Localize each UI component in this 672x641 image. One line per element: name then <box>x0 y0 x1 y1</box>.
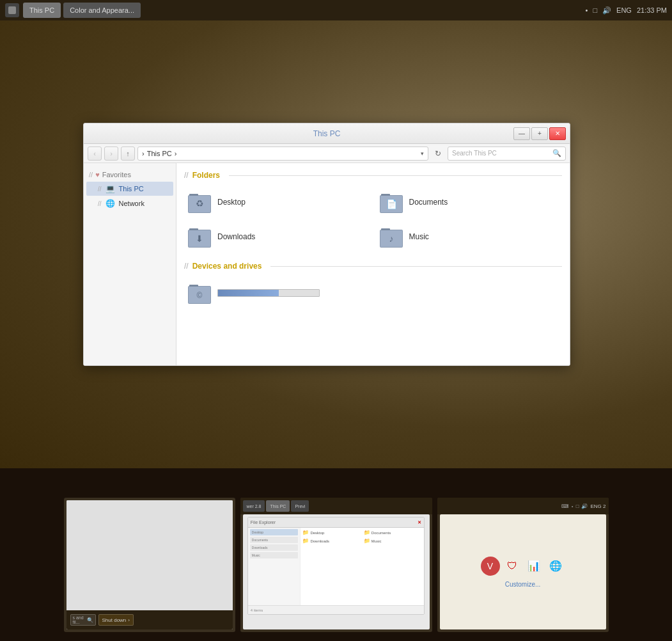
preview-bar: s and fil... 🔍 Shut down › wer 2.8 This … <box>0 468 672 641</box>
pc-icon: 💻 <box>105 184 115 193</box>
preview-dot: • <box>572 503 574 509</box>
downloads-label: Downloads <box>217 232 255 241</box>
mini-titlebar: File Explorer ✕ <box>248 518 424 528</box>
documents-label: Documents <box>409 198 448 207</box>
main-content: // Folders ♻ <box>176 163 570 365</box>
documents-folder-icon: 📄 <box>379 190 404 214</box>
preview-btn-this-pc[interactable]: This PC <box>266 500 290 512</box>
mini-folder-2: 📁Documents <box>363 529 423 536</box>
minimize-button[interactable]: — <box>513 127 530 140</box>
taskbar-color-appear-label: Color and Appeara... <box>70 6 134 14</box>
svg-text:♪: ♪ <box>389 233 393 244</box>
sidebar-slashes-network: // <box>98 200 102 207</box>
sidebar-this-pc-label: This PC <box>119 185 144 193</box>
svg-text:⬇: ⬇ <box>196 233 203 244</box>
mini-sidebar-docs: Documents <box>250 537 299 543</box>
window-controls: — + ✕ <box>513 127 566 140</box>
folder-downloads[interactable]: ⬇ Downloads <box>184 222 371 251</box>
devices-slash: // <box>184 262 189 271</box>
tray-icon-kaspersky[interactable]: 🛡 <box>503 557 522 576</box>
preview-btn-power[interactable]: wer 2.8 <box>243 500 265 512</box>
start-button[interactable] <box>5 3 19 17</box>
folders-grid: ♻ Desktop 📄 <box>184 187 562 251</box>
preview-btn-preview[interactable]: Previ <box>291 500 309 512</box>
sidebar-slashes-this-pc: // <box>98 186 102 193</box>
drive-c-info <box>217 289 559 297</box>
music-folder-icon: ♪ <box>379 225 404 249</box>
devices-section-header: // Devices and drives <box>184 262 562 271</box>
folders-slash: // <box>184 171 189 180</box>
drive-c-bar <box>217 289 320 297</box>
preview-search-text: s and fil... <box>73 615 87 624</box>
heart-icon: ♥ <box>95 171 100 178</box>
globe-icon: 🌐 <box>105 199 115 208</box>
preview-tray[interactable]: ⌨ • □ 🔊 ENG 2 V 🛡 📊 🌐 Customize... <box>437 498 609 632</box>
folder-desktop[interactable]: ♻ Desktop <box>184 187 371 217</box>
address-dropdown-icon[interactable]: ▾ <box>421 150 424 157</box>
monitor-icon: □ <box>593 6 597 14</box>
close-button[interactable]: ✕ <box>549 127 566 140</box>
shutdown-arrow-icon: › <box>128 617 130 623</box>
preview-monitor-icon: □ <box>576 503 579 509</box>
forward-button[interactable]: › <box>104 146 118 161</box>
taskbar-color-appear-button[interactable]: Color and Appeara... <box>63 3 141 18</box>
taskbar-this-pc-label: This PC <box>29 6 54 14</box>
mini-status-bar: 4 items <box>248 605 424 614</box>
svg-text:♻: ♻ <box>196 198 204 209</box>
search-icon: 🔍 <box>552 149 561 157</box>
sidebar-item-network[interactable]: // 🌐 Network <box>86 196 173 210</box>
file-explorer-window: This PC — + ✕ ‹ › ↑ <box>83 123 570 366</box>
maximize-button[interactable]: + <box>531 127 548 140</box>
refresh-icon: ↻ <box>435 149 441 158</box>
folder-music[interactable]: ♪ Music <box>376 222 563 251</box>
desktop-label: Desktop <box>217 198 246 207</box>
taskbar-this-pc-button[interactable]: This PC <box>23 3 61 18</box>
drive-item-c[interactable]: © <box>184 278 562 308</box>
sound-icon: 🔊 <box>602 6 611 15</box>
downloads-folder-icon: ⬇ <box>187 225 212 249</box>
address-field[interactable]: › This PC › ▾ <box>137 146 428 161</box>
music-label: Music <box>409 232 429 241</box>
back-icon: ‹ <box>93 150 96 157</box>
preview-search-icon: 🔍 <box>87 617 93 623</box>
tray-icon-monitor[interactable]: 📊 <box>524 557 543 576</box>
up-icon: ↑ <box>126 150 130 157</box>
mini-folder-1: 📁Desktop <box>302 529 361 536</box>
mini-close-icon: ✕ <box>418 520 421 525</box>
sidebar: // ♥ Favorites // 💻 This PC // 🌐 Network <box>84 163 176 365</box>
mini-body: Desktop Documents Downloads Music 📁Deskt… <box>248 528 424 614</box>
desktop-folder-icon: ♻ <box>187 190 212 214</box>
sidebar-slashes: // <box>89 171 93 178</box>
sidebar-item-this-pc[interactable]: // 💻 This PC <box>86 182 173 196</box>
svg-text:©: © <box>197 291 203 300</box>
search-field[interactable]: Search This PC 🔍 <box>448 146 566 161</box>
mini-folder-4: 📁Music <box>363 537 423 544</box>
sidebar-favorites-header: // ♥ Favorites <box>84 168 176 181</box>
start-icon <box>8 6 16 14</box>
mini-main: 📁Desktop 📁Documents 📁Downloads 📁Music <box>301 528 424 614</box>
preview-explorer[interactable]: wer 2.8 This PC Previ File Explorer ✕ De… <box>240 498 432 632</box>
address-bar: ‹ › ↑ › This PC › ▾ ↻ Search This PC 🔍 <box>84 144 570 163</box>
shutdown-label[interactable]: Shut down <box>102 617 127 623</box>
sidebar-network-label: Network <box>119 200 145 207</box>
back-button[interactable]: ‹ <box>88 146 102 161</box>
refresh-button[interactable]: ↻ <box>431 146 445 161</box>
mini-folder-3: 📁Downloads <box>302 537 361 544</box>
address-path: This PC <box>147 150 172 157</box>
preview-start-menu[interactable]: s and fil... 🔍 Shut down › <box>64 498 235 632</box>
search-placeholder: Search This PC <box>452 150 552 157</box>
clock: 21:33 PM <box>637 6 667 14</box>
forward-icon: › <box>110 150 113 157</box>
taskbar: This PC Color and Appeara... • □ 🔊 ENG 2… <box>0 0 672 20</box>
language-indicator[interactable]: ENG <box>616 6 632 14</box>
window-titlebar: This PC — + ✕ <box>84 123 570 144</box>
tray-icon-globe[interactable]: 🌐 <box>546 557 565 576</box>
window-title: This PC <box>313 129 341 138</box>
tray-icon-vivaldi[interactable]: V <box>481 557 500 576</box>
favorites-label: Favorites <box>102 171 131 178</box>
customize-button[interactable]: Customize... <box>505 581 541 588</box>
address-text: › <box>142 150 145 157</box>
folder-documents[interactable]: 📄 Documents <box>376 187 563 217</box>
folders-section-header: // Folders <box>184 171 562 180</box>
up-button[interactable]: ↑ <box>121 146 135 161</box>
